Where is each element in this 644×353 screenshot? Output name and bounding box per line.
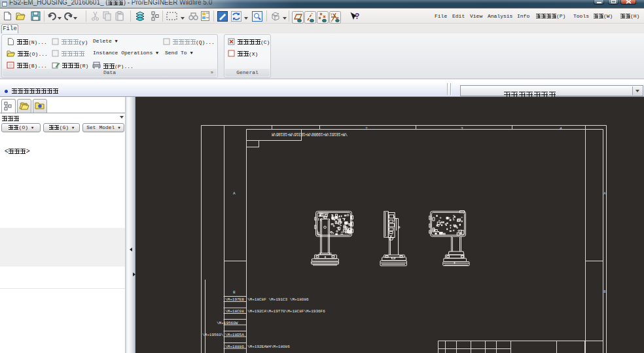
svg-text:\M+19560\: \M+19560\ — [202, 333, 224, 337]
svg-text:A: A — [604, 192, 606, 196]
svg-text:\M+18C8F \M+191C3 \M+18086: \M+18C8F \M+191C3 \M+18086 — [247, 297, 309, 302]
svg-text:A: A — [233, 191, 236, 196]
svg-text:\M+197EB: \M+197EB — [225, 297, 244, 302]
svg-text:?: ? — [355, 12, 359, 21]
svg-text:\M+18C08: \M+18C08 — [225, 309, 244, 314]
svg-text:\M+18D5A: \M+18D5A — [225, 333, 244, 337]
svg-text:\M+18161\M+19908\M+1E316\M+181: \M+18161\M+19908\M+1E316\M+18186\M — [272, 132, 348, 136]
svg-text:\M+192EAW4\M+18086: \M+192EAW4\M+18086 — [247, 344, 290, 349]
svg-text:3: 3 — [461, 126, 463, 131]
svg-text:2: 2 — [365, 126, 368, 131]
svg-text:B: B — [233, 290, 236, 295]
svg-text:\M+19560W: \M+19560W — [217, 321, 238, 325]
svg-text:y: y — [331, 12, 332, 16]
svg-text:4: 4 — [560, 126, 562, 131]
svg-text:\M+192CA\M+19T70\M+18C8F\M+193: \M+192CA\M+19T70\M+18C8F\M+1936F6 — [247, 309, 325, 314]
svg-text:B: B — [604, 290, 606, 294]
svg-text:\M+18886: \M+18886 — [225, 344, 244, 349]
